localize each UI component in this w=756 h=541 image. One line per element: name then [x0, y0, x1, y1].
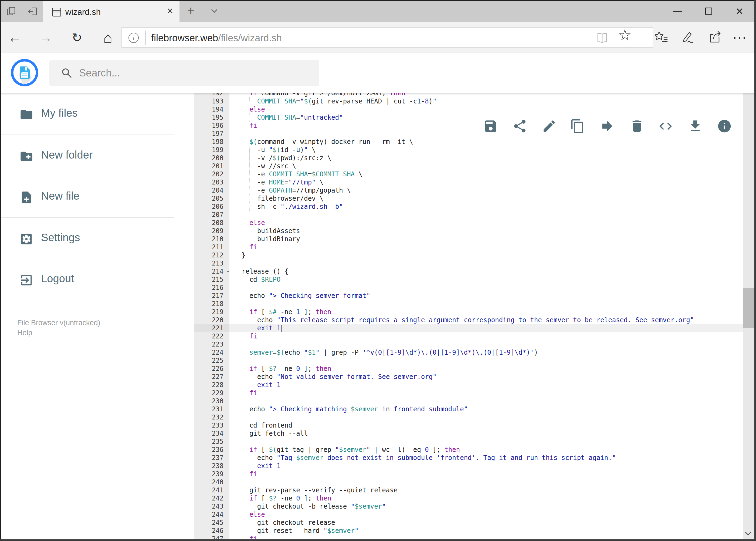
code-line[interactable]: 193 COMMIT_SHA="$(git rev-parse HEAD | c… — [174, 97, 743, 105]
code-line[interactable]: 225 — [174, 356, 743, 365]
code-line[interactable]: 239 fi — [174, 470, 743, 478]
tab-preview-icon[interactable] — [6, 5, 18, 17]
more-options-icon[interactable]: ⋯ — [729, 22, 750, 53]
code-line[interactable]: 243 git checkout -b release "$semver" — [174, 502, 743, 510]
rename-button[interactable] — [542, 119, 557, 134]
code-line[interactable]: 197 — [174, 130, 743, 138]
code-line[interactable]: 238 exit 1 — [174, 462, 743, 470]
code-line[interactable]: 234 git fetch --all — [174, 429, 743, 437]
set-tabs-aside-icon[interactable] — [27, 5, 39, 17]
code-line[interactable]: 204 -e GOPATH=//tmp/gopath \ — [174, 186, 743, 195]
code-line[interactable]: 229 fi — [174, 389, 743, 397]
code-line[interactable]: 213 — [174, 259, 743, 268]
code-line[interactable]: 196 fi — [174, 122, 743, 130]
code-line[interactable]: 242 if [ $? -ne 0 ]; then — [174, 494, 743, 502]
code-line[interactable]: 230 — [174, 397, 743, 405]
code-line[interactable]: 224 semver=$(echo "$1" | grep -P '^v(0|[… — [174, 348, 743, 356]
code-line[interactable]: 211 fi — [174, 243, 743, 251]
favorite-star-icon[interactable]: ☆ — [618, 26, 631, 44]
search-input[interactable] — [79, 60, 309, 86]
reading-view-icon[interactable] — [596, 32, 609, 45]
code-line[interactable]: 207 — [174, 211, 743, 219]
code-line[interactable]: 212} — [174, 251, 743, 259]
code-line[interactable]: 223 — [174, 340, 743, 348]
minimize-button[interactable] — [665, 2, 690, 20]
code-line[interactable]: 198 $(command -v winpty) docker run --rm… — [174, 138, 743, 146]
code-line[interactable]: 209 buildAssets — [174, 227, 743, 235]
sidebar-item-new-file[interactable]: New file — [0, 188, 174, 207]
code-line[interactable]: 205 filebrowser/dev \ — [174, 195, 743, 203]
url-box[interactable]: i filebrowser.web/files/wizard.sh ☆ — [122, 27, 653, 48]
refresh-button[interactable]: ↻ — [66, 22, 88, 53]
search-bar[interactable] — [49, 60, 319, 86]
share-icon[interactable] — [708, 30, 722, 44]
code-line[interactable]: 194 else — [174, 105, 743, 114]
code-line[interactable]: 199 -u "$(id -u)" \ — [174, 146, 743, 154]
code-line[interactable]: 241 git rev-parse --verify --quiet relea… — [174, 486, 743, 494]
code-line[interactable]: 216 — [174, 283, 743, 292]
scroll-down-icon[interactable] — [745, 529, 751, 536]
web-note-pen-icon[interactable] — [680, 30, 694, 44]
code-line[interactable]: 215 cd $REPO — [174, 275, 743, 283]
fold-arrow-icon[interactable]: ▾ — [227, 268, 229, 275]
tab-dropdown-icon[interactable] — [211, 7, 217, 13]
code-line[interactable]: 202 -e COMMIT_SHA=$COMMIT_SHA \ — [174, 170, 743, 178]
code-line[interactable]: 236 if [ $(git tag | grep "$semver" | wc… — [174, 446, 743, 454]
code-line[interactable]: 201 -w //src \ — [174, 162, 743, 170]
forward-button[interactable]: → — [35, 22, 57, 53]
code-line[interactable]: 231 echo "> Checking matching $semver in… — [174, 405, 743, 413]
hub-favorites-icon[interactable] — [654, 30, 668, 44]
download-button[interactable] — [688, 119, 703, 134]
code-line[interactable]: 221 exit 1 — [174, 324, 743, 332]
code-line[interactable]: 206 sh -c "./wizard.sh -b" — [174, 203, 743, 211]
code-line[interactable]: 237 echo "Tag $semver does not exist in … — [174, 454, 743, 462]
code-line[interactable]: 245 git checkout release — [174, 519, 743, 527]
code-line[interactable]: 227 echo "Not valid semver format. See s… — [174, 373, 743, 381]
scrollbar-thumb[interactable] — [743, 287, 754, 328]
code-line[interactable]: 235 — [174, 437, 743, 446]
code-line[interactable]: 217 echo "> Checking semver format" — [174, 292, 743, 300]
sidebar-item-settings[interactable]: Settings — [0, 230, 174, 248]
move-button[interactable] — [600, 119, 615, 134]
sidebar-item-logout[interactable]: Logout — [0, 271, 174, 289]
code-line[interactable]: 232 — [174, 413, 743, 421]
back-button[interactable]: ← — [4, 22, 26, 53]
sidebar-item-my-files[interactable]: My files — [0, 105, 174, 124]
close-window-button[interactable]: × — [727, 2, 752, 20]
code-line[interactable]: 246 git reset --hard "$semver" — [174, 527, 743, 535]
code-line[interactable]: 240 — [174, 478, 743, 486]
code-line[interactable]: 203 -e HOME="//tmp" \ — [174, 178, 743, 186]
info-button[interactable] — [717, 119, 732, 134]
tab-close-icon[interactable]: × — [167, 5, 173, 17]
code-line[interactable]: 244 else — [174, 510, 743, 519]
code-line[interactable]: 247 fi — [174, 535, 743, 539]
file-browser-logo[interactable] — [11, 59, 38, 86]
code-line[interactable]: 214▾release () { — [174, 268, 743, 275]
maximize-button[interactable] — [697, 2, 721, 20]
code-line[interactable]: 210 buildBinary — [174, 235, 743, 243]
code-line[interactable]: 233 cd frontend — [174, 421, 743, 429]
code-line[interactable]: 220 echo "This release script requires a… — [174, 316, 743, 324]
code-line[interactable]: 228 exit 1 — [174, 381, 743, 389]
editor-mode-button[interactable] — [658, 119, 673, 134]
code-line[interactable]: 208 else — [174, 219, 743, 227]
url-text[interactable]: filebrowser.web/files/wizard.sh — [151, 32, 282, 44]
sidebar-item-new-folder[interactable]: New folder — [0, 147, 174, 166]
code-line[interactable]: 219 if [ $# -ne 1 ]; then — [174, 308, 743, 316]
site-info-icon[interactable]: i — [128, 33, 139, 43]
help-link[interactable]: Help — [17, 329, 32, 337]
code-line[interactable]: 195 COMMIT_SHA="untracked" — [174, 114, 743, 122]
code-line[interactable]: 222 fi — [174, 332, 743, 340]
browser-tab[interactable]: wizard.sh × — [43, 1, 179, 22]
code-line[interactable]: 218 — [174, 300, 743, 308]
save-button[interactable] — [483, 119, 498, 134]
copy-button[interactable] — [570, 119, 585, 134]
page-scrollbar[interactable] — [743, 53, 754, 539]
home-button[interactable]: ⌂ — [97, 22, 119, 53]
code-line[interactable]: 200 -v /$(pwd):/src:z \ — [174, 154, 743, 162]
code-line[interactable]: 226 if [ $? -ne 0 ]; then — [174, 365, 743, 373]
new-tab-button[interactable]: + — [187, 3, 195, 18]
share-button[interactable] — [512, 119, 527, 134]
delete-button[interactable] — [630, 119, 644, 134]
code-line[interactable]: 192 if command -v git > /dev/null 2>&1; … — [174, 93, 743, 97]
